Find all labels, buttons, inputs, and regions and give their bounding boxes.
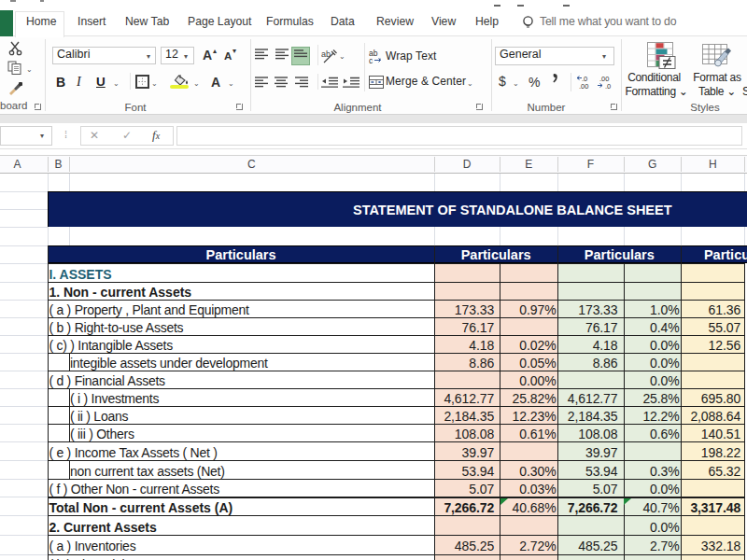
svg-text:.00: .00 (579, 82, 588, 90)
svg-text:.0: .0 (605, 82, 611, 90)
